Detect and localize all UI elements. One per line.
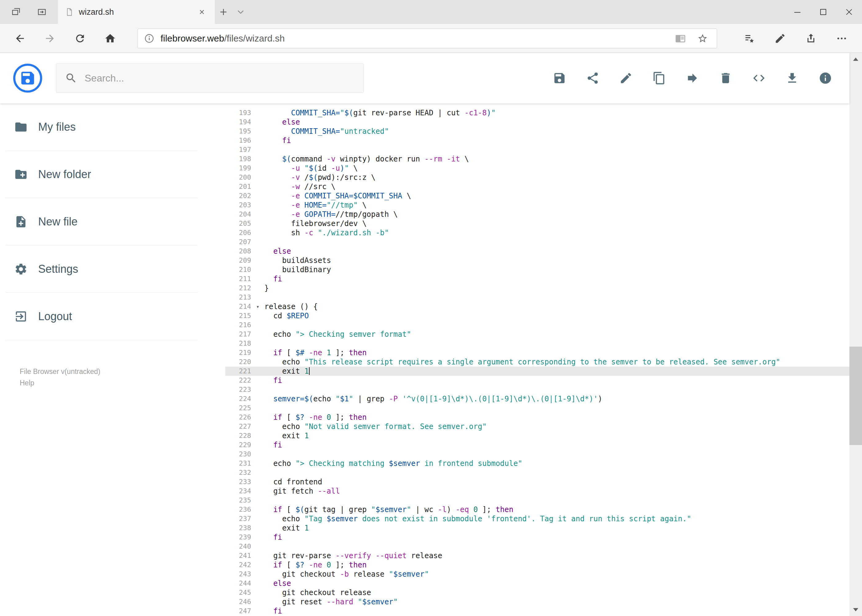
code-line-205[interactable]: 205 filebrowser/dev \ — [225, 219, 849, 228]
code-line-227[interactable]: 227 echo "Not valid semver format. See s… — [225, 422, 849, 431]
code-line-211[interactable]: 211 fi — [225, 274, 849, 284]
tab-close-button[interactable] — [196, 6, 208, 18]
code-line-245[interactable]: 245 git checkout release — [225, 588, 849, 597]
code-line-225[interactable]: 225 — [225, 404, 849, 413]
code-line-218[interactable]: 218 — [225, 339, 849, 348]
help-link[interactable]: Help — [20, 377, 203, 389]
code-line-237[interactable]: 237 echo "Tag $semver does not exist in … — [225, 514, 849, 523]
close-window-button[interactable] — [836, 0, 862, 24]
sidebar-item-my-files[interactable]: My files — [6, 103, 198, 151]
code-line-212[interactable]: 212} — [225, 284, 849, 293]
info-button[interactable] — [812, 64, 839, 92]
reading-view-button[interactable] — [673, 30, 689, 46]
copy-button[interactable] — [646, 64, 673, 92]
forward-button[interactable] — [35, 24, 65, 53]
code-line-219[interactable]: 219 if [ $# -ne 1 ]; then — [225, 348, 849, 357]
code-line-199[interactable]: 199 -u "$(id -u)" \ — [225, 163, 849, 173]
code-line-200[interactable]: 200 -v /$(pwd):/src:z \ — [225, 173, 849, 182]
code-line-242[interactable]: 242 if [ $? -ne 0 ]; then — [225, 560, 849, 570]
code-line-209[interactable]: 209 buildAssets — [225, 256, 849, 265]
code-line-241[interactable]: 241 git rev-parse --verify --quiet relea… — [225, 551, 849, 560]
raw-button[interactable] — [745, 64, 772, 92]
code-line-217[interactable]: 217 echo "> Checking semver format" — [225, 330, 849, 339]
code-line-206[interactable]: 206 sh -c "./wizard.sh -b" — [225, 228, 849, 237]
code-line-243[interactable]: 243 git checkout -b release "$semver" — [225, 570, 849, 579]
home-button[interactable] — [95, 24, 125, 53]
code-line-213[interactable]: 213 — [225, 293, 849, 302]
filebrowser-logo[interactable] — [13, 63, 43, 93]
code-line-228[interactable]: 228 exit 1 — [225, 431, 849, 440]
code-line-195[interactable]: 195 COMMIT_SHA="untracked" — [225, 127, 849, 136]
share-button[interactable] — [579, 64, 606, 92]
back-button[interactable] — [5, 24, 35, 53]
address-bar[interactable]: filebrowser.web/files/wizard.sh — [137, 28, 717, 48]
fold-marker[interactable]: ▾ — [251, 302, 264, 311]
code-line-244[interactable]: 244 else — [225, 579, 849, 588]
code-line-201[interactable]: 201 -w //src \ — [225, 182, 849, 191]
sidebar-item-new-folder[interactable]: New folder — [6, 151, 198, 198]
code-line-208[interactable]: 208 else — [225, 247, 849, 256]
code-line-194[interactable]: 194 else — [225, 118, 849, 127]
code-line-216[interactable]: 216 — [225, 321, 849, 330]
code-line-220[interactable]: 220 echo "This release script requires a… — [225, 357, 849, 366]
code-line-239[interactable]: 239 fi — [225, 533, 849, 542]
sidebar-item-new-file[interactable]: New file — [6, 198, 198, 245]
code-line-221[interactable]: 221 exit 1 — [225, 366, 849, 376]
code-line-203[interactable]: 203 -e HOME="//tmp" \ — [225, 201, 849, 210]
refresh-button[interactable] — [65, 24, 95, 53]
code-line-204[interactable]: 204 -e GOPATH=//tmp/gopath \ — [225, 210, 849, 219]
code-line-238[interactable]: 238 exit 1 — [225, 523, 849, 533]
new-tab-button[interactable] — [215, 0, 232, 24]
code-line-231[interactable]: 231 echo "> Checking matching $semver in… — [225, 459, 849, 468]
code-line-215[interactable]: 215 cd $REPO — [225, 311, 849, 321]
rename-button[interactable] — [612, 64, 640, 92]
code-line-210[interactable]: 210 buildBinary — [225, 265, 849, 274]
scrollbar-thumb[interactable] — [849, 347, 862, 445]
code-line-247[interactable]: 247 fi — [225, 607, 849, 616]
code-line-229[interactable]: 229 fi — [225, 440, 849, 449]
code-line-222[interactable]: 222 fi — [225, 376, 849, 385]
page-scrollbar[interactable] — [849, 53, 862, 616]
set-tabs-aside-button[interactable] — [7, 0, 25, 24]
code-line-234[interactable]: 234 git fetch --all — [225, 487, 849, 496]
code-line-214[interactable]: 214▾release () { — [225, 302, 849, 311]
code-editor[interactable]: 193 COMMIT_SHA="$(git rev-parse HEAD | c… — [225, 103, 849, 616]
code-line-224[interactable]: 224 semver=$(echo "$1" | grep -P '^v(0|[… — [225, 394, 849, 404]
code-line-233[interactable]: 233 cd frontend — [225, 477, 849, 487]
code-line-198[interactable]: 198 $(command -v winpty) docker run --rm… — [225, 154, 849, 163]
code-line-230[interactable]: 230 — [225, 449, 849, 459]
search-box[interactable] — [56, 63, 364, 93]
site-info-icon[interactable] — [144, 33, 154, 44]
sidebar-item-logout[interactable]: Logout — [6, 293, 198, 340]
code-line-226[interactable]: 226 if [ $? -ne 0 ]; then — [225, 413, 849, 422]
settings-more-button[interactable] — [826, 24, 857, 53]
code-line-207[interactable]: 207 — [225, 237, 849, 247]
delete-button[interactable] — [712, 64, 739, 92]
tabs-preview-button[interactable] — [33, 0, 50, 24]
minimize-button[interactable] — [785, 0, 810, 24]
web-notes-button[interactable] — [765, 24, 796, 53]
download-button[interactable] — [778, 64, 806, 92]
tab-preview-toggle-button[interactable] — [232, 0, 249, 24]
add-favorite-button[interactable] — [695, 30, 711, 46]
code-line-232[interactable]: 232 — [225, 468, 849, 477]
save-button[interactable] — [546, 64, 573, 92]
code-line-202[interactable]: 202 -e COMMIT_SHA=$COMMIT_SHA \ — [225, 191, 849, 201]
code-line-193[interactable]: 193 COMMIT_SHA="$(git rev-parse HEAD | c… — [225, 108, 849, 118]
scrollbar-up-button[interactable] — [849, 53, 862, 66]
browser-tab[interactable]: wizard.sh — [58, 0, 215, 24]
code-line-223[interactable]: 223 — [225, 385, 849, 394]
code-line-197[interactable]: 197 — [225, 145, 849, 154]
code-line-235[interactable]: 235 — [225, 496, 849, 505]
sidebar-item-settings[interactable]: Settings — [6, 245, 198, 293]
share-button[interactable] — [796, 24, 826, 53]
search-input[interactable] — [85, 72, 355, 84]
move-button[interactable] — [679, 64, 706, 92]
code-line-240[interactable]: 240 — [225, 542, 849, 551]
maximize-button[interactable] — [810, 0, 836, 24]
code-line-246[interactable]: 246 git reset --hard "$semver" — [225, 597, 849, 607]
code-line-236[interactable]: 236 if [ $(git tag | grep "$semver" | wc… — [225, 505, 849, 514]
scrollbar-down-button[interactable] — [849, 603, 862, 616]
code-line-196[interactable]: 196 fi — [225, 136, 849, 145]
hub-favorites-button[interactable] — [734, 24, 765, 53]
